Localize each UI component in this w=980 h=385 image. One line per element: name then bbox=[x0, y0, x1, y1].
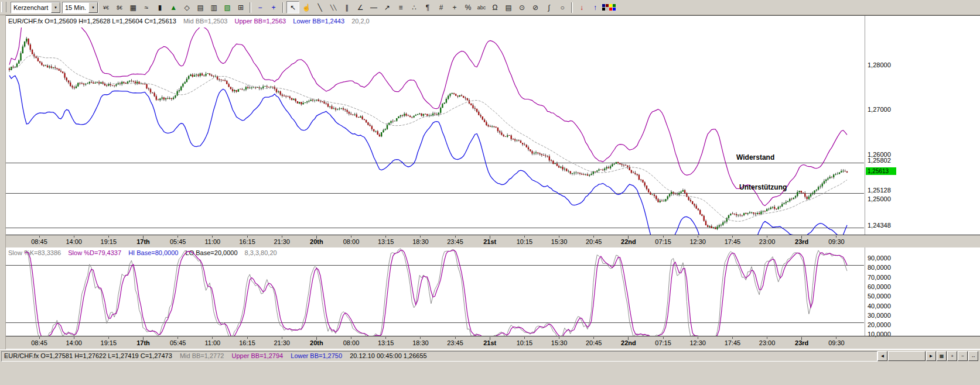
zoom-out-button[interactable]: − bbox=[958, 351, 968, 361]
print-preview-icon[interactable]: ▥ bbox=[207, 1, 220, 13]
alert-bell-icon[interactable]: Ω bbox=[489, 1, 501, 13]
resistance-label[interactable]: Widerstand bbox=[736, 153, 774, 161]
zoom-reset-tool-icon[interactable]: ⊘ bbox=[529, 1, 542, 13]
axis-tick bbox=[420, 337, 421, 339]
time-label: 13:15 bbox=[371, 339, 401, 346]
axis-tick bbox=[559, 337, 559, 339]
chart-window: EUR/CHF.fx O=1,25609 H=1,25628 L=1,25604… bbox=[6, 15, 980, 349]
chart-type-select[interactable]: Kerzenchart ▼ bbox=[11, 2, 61, 13]
scroll-left-button[interactable]: ◄ bbox=[877, 351, 887, 361]
pointer-tool-icon[interactable]: ↖ bbox=[286, 1, 299, 13]
axis-tick bbox=[593, 337, 594, 339]
new-window-icon[interactable]: ⊞ bbox=[234, 1, 247, 13]
time-label: 18:30 bbox=[406, 238, 435, 245]
day-label: 23rd bbox=[787, 238, 817, 245]
time-label: 23:00 bbox=[753, 238, 782, 245]
lower-bb-readout: Lower BB=1,2443 bbox=[293, 18, 344, 25]
axis-tick bbox=[420, 236, 421, 238]
stochastic-canvas[interactable] bbox=[6, 248, 864, 336]
palette-icon[interactable] bbox=[602, 1, 615, 13]
ellipse-tool-icon[interactable]: ○ bbox=[556, 1, 569, 13]
timeframe-dropdown-arrow[interactable]: ▼ bbox=[88, 2, 98, 13]
time-label: 05:45 bbox=[163, 339, 193, 346]
currency-list-icon[interactable]: $€ bbox=[113, 1, 126, 13]
horizontal-line-tool-icon[interactable]: — bbox=[367, 1, 380, 13]
time-label: 20:45 bbox=[579, 238, 609, 245]
axis-tick bbox=[836, 337, 836, 339]
line-chart-icon[interactable]: ≈ bbox=[140, 1, 153, 13]
palette-color-swatch bbox=[613, 8, 616, 11]
axis-tick bbox=[836, 236, 836, 238]
status-datetime: 20.12.10 00:45:00 1,26655 bbox=[350, 352, 427, 359]
time-label: 23:45 bbox=[441, 238, 470, 245]
time-label: 19:15 bbox=[94, 238, 123, 245]
zoom-in-button[interactable]: + bbox=[947, 351, 957, 361]
time-label: 20:45 bbox=[579, 339, 609, 346]
upper-bb-readout: Upper BB=1,2563 bbox=[234, 18, 286, 25]
palette-color-swatch bbox=[606, 4, 609, 7]
area-chart-icon[interactable]: ▲ bbox=[167, 1, 180, 13]
pan-button[interactable]: ↔ bbox=[968, 351, 978, 361]
fibonacci-tool-icon[interactable]: ≡ bbox=[394, 1, 407, 13]
status-bar: EUR/CHF.fx O=1,27581 H=1,27622 L=1,27419… bbox=[0, 349, 980, 362]
note-tool-icon[interactable]: ▤ bbox=[502, 1, 515, 13]
page-grid-icon[interactable]: ▦ bbox=[127, 1, 139, 13]
label-tool-icon[interactable]: abc bbox=[475, 1, 488, 13]
axis-tick bbox=[212, 337, 213, 339]
stoch-tick-label: 50,0000 bbox=[868, 293, 891, 300]
multi-line-tool-icon[interactable]: ╲╲ bbox=[327, 1, 340, 13]
chart-type-dropdown-arrow[interactable]: ▼ bbox=[51, 2, 60, 13]
sell-arrow-icon[interactable]: ↓ bbox=[575, 1, 588, 13]
price-tick-label: 1,25000 bbox=[868, 195, 891, 202]
toolbar-drag-handle[interactable] bbox=[1, 2, 6, 12]
day-label: 22nd bbox=[614, 238, 643, 245]
support-label[interactable]: Unterstützung bbox=[739, 183, 787, 191]
point-figure-icon[interactable]: ◇ bbox=[180, 1, 193, 13]
chart-nav-controls: ◄►▦+−↔ bbox=[877, 351, 978, 361]
status-upper-bb: Upper BB=1,2794 bbox=[231, 352, 283, 359]
channel-tool-icon[interactable]: ∥ bbox=[340, 1, 353, 13]
time-label: 08:00 bbox=[337, 238, 366, 245]
percent-tool-icon[interactable]: % bbox=[462, 1, 474, 13]
palette-color-swatch bbox=[602, 4, 605, 7]
time-label: 10:15 bbox=[510, 238, 539, 245]
day-label: 23rd bbox=[787, 339, 817, 346]
axis-tick bbox=[39, 236, 40, 238]
time-label: 21:30 bbox=[267, 339, 296, 346]
chart-type-value: Kerzenchart bbox=[11, 4, 51, 11]
time-label: 11:00 bbox=[198, 339, 227, 346]
print-icon[interactable]: ▤ bbox=[194, 1, 207, 13]
arrow-line-tool-icon[interactable]: ↗ bbox=[381, 1, 394, 13]
angle-line-tool-icon[interactable]: ∠ bbox=[354, 1, 367, 13]
zoom-area-tool-icon[interactable]: ⊙ bbox=[515, 1, 528, 13]
zoom-in-icon[interactable]: + bbox=[267, 1, 280, 13]
axis-tick bbox=[74, 337, 74, 339]
crosshair-tool-icon[interactable]: + bbox=[448, 1, 461, 13]
curve-tool-icon[interactable]: ∫ bbox=[542, 1, 555, 13]
status-ohlc: EUR/CHF.fx O=1,27581 H=1,27622 L=1,27419… bbox=[4, 352, 172, 359]
grid-tool-icon[interactable]: # bbox=[435, 1, 448, 13]
timeframe-select[interactable]: 15 Min. ▼ bbox=[62, 2, 98, 13]
axis-tick bbox=[698, 236, 698, 238]
day-label: 21st bbox=[475, 339, 504, 346]
axis-tick bbox=[247, 337, 248, 339]
axis-tick bbox=[351, 337, 351, 339]
export-chart-icon[interactable]: ▧ bbox=[221, 1, 234, 13]
axis-tick bbox=[385, 337, 386, 339]
buy-arrow-icon[interactable]: ↑ bbox=[589, 1, 602, 13]
axis-tick bbox=[351, 236, 351, 238]
time-label: 09:30 bbox=[822, 238, 851, 245]
zoom-out-icon[interactable]: − bbox=[254, 1, 267, 13]
trendline-tool-icon[interactable]: ╲ bbox=[313, 1, 326, 13]
fib-fan-tool-icon[interactable]: ∴ bbox=[408, 1, 421, 13]
stoch-tick-label: 30,0000 bbox=[868, 312, 891, 319]
text-tool-icon[interactable]: ¶ bbox=[421, 1, 434, 13]
main-chart-canvas[interactable] bbox=[6, 28, 864, 235]
candlestick-chart-icon[interactable]: ▮ bbox=[153, 1, 166, 13]
symbol-quote-icon[interactable]: ¥€ bbox=[100, 1, 112, 13]
keyboard-button[interactable]: ▦ bbox=[937, 351, 947, 361]
time-label: 23:45 bbox=[441, 339, 470, 346]
scroll-thumb[interactable] bbox=[888, 351, 926, 361]
scroll-right-button[interactable]: ► bbox=[926, 351, 936, 361]
hand-tool-icon[interactable]: ☝ bbox=[300, 1, 313, 13]
